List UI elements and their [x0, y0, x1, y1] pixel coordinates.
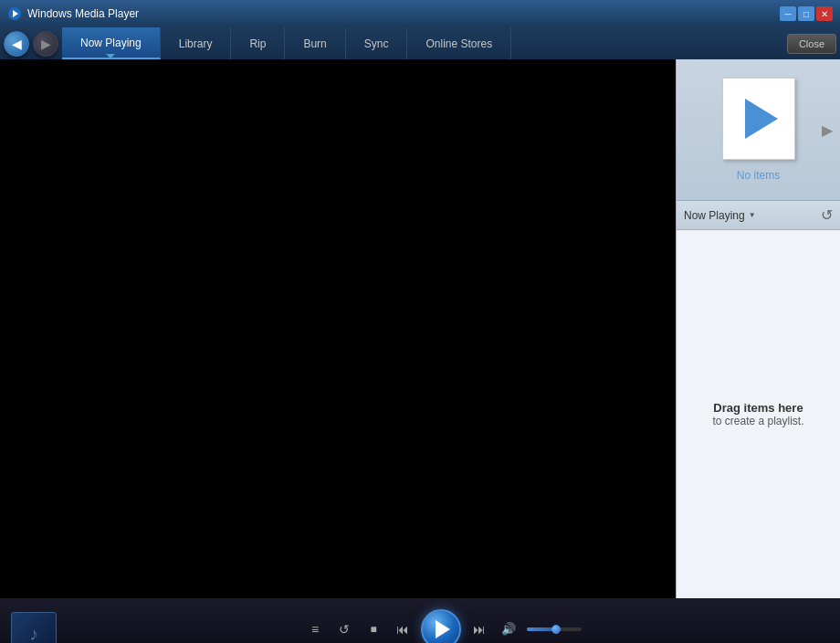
volume-slider[interactable]	[527, 627, 582, 631]
expand-icon[interactable]: ▶	[822, 121, 833, 139]
video-area	[0, 59, 676, 598]
play-icon	[436, 620, 450, 638]
repeat-icon: ↺	[339, 622, 350, 637]
controls-center: ≡ ↺ ■ ⏮ ⏭ 🔊	[57, 609, 829, 644]
shuffle-icon: ≡	[311, 622, 319, 637]
volume-icon: 🔊	[501, 622, 516, 636]
dropdown-arrow-icon: ▼	[749, 211, 756, 219]
volume-button[interactable]: 🔊	[498, 618, 520, 640]
tab-online-stores[interactable]: Online Stores	[407, 27, 511, 59]
title-left: Windows Media Player	[7, 6, 139, 21]
play-button[interactable]	[421, 609, 461, 644]
tab-burn[interactable]: Burn	[285, 27, 345, 59]
nav-tabs: Now Playing Library Rip Burn Sync Online…	[62, 27, 783, 59]
no-items-label: No items	[737, 169, 780, 182]
shuffle-button[interactable]: ≡	[304, 618, 326, 640]
tab-rip[interactable]: Rip	[231, 27, 285, 59]
volume-fill	[527, 627, 557, 631]
window-controls: ─ □ ✕	[780, 6, 833, 21]
volume-thumb	[551, 625, 561, 634]
media-thumbnail	[722, 78, 795, 160]
side-header: ▶ No items	[677, 59, 840, 201]
back-button[interactable]: ◀	[4, 31, 29, 57]
album-art: ♪	[11, 612, 57, 644]
drag-hint-title: Drag items here	[713, 401, 803, 415]
next-icon: ⏭	[473, 622, 486, 637]
refresh-button[interactable]: ↺	[821, 206, 833, 224]
drag-hint-subtitle: to create a playlist.	[712, 415, 803, 427]
bottom-controls: ♪ ≡ ↺ ■ ⏮ ⏭	[0, 598, 840, 643]
title-bar: Windows Media Player ─ □ ✕	[0, 0, 840, 27]
transport-controls: ≡ ↺ ■ ⏮ ⏭ 🔊	[304, 609, 582, 644]
close-panel-button[interactable]: Close	[787, 34, 836, 54]
main-content: ▶ No items Now Playing ▼ ↺ Drag items he…	[0, 59, 840, 598]
forward-button[interactable]: ▶	[33, 31, 58, 57]
now-playing-label: Now Playing	[684, 209, 745, 222]
prev-button[interactable]: ⏮	[392, 618, 414, 640]
prev-icon: ⏮	[396, 622, 409, 637]
playlist-area[interactable]: Drag items here to create a playlist.	[677, 230, 840, 598]
stop-button[interactable]: ■	[362, 618, 384, 640]
app-icon	[7, 6, 22, 21]
app-title: Windows Media Player	[27, 7, 139, 20]
tab-sync[interactable]: Sync	[346, 27, 408, 59]
play-icon	[745, 99, 778, 139]
tab-library[interactable]: Library	[161, 27, 232, 59]
nav-bar: ◀ ▶ Now Playing Library Rip Burn Sync On…	[0, 27, 840, 59]
close-window-button[interactable]: ✕	[816, 6, 833, 21]
side-panel: ▶ No items Now Playing ▼ ↺ Drag items he…	[676, 59, 840, 598]
minimize-button[interactable]: ─	[780, 6, 796, 21]
tab-now-playing[interactable]: Now Playing	[62, 27, 161, 59]
repeat-button[interactable]: ↺	[333, 618, 355, 640]
stop-icon: ■	[370, 623, 376, 636]
music-note-icon: ♪	[29, 624, 38, 643]
now-playing-dropdown[interactable]: Now Playing ▼	[684, 209, 756, 222]
now-playing-bar: Now Playing ▼ ↺	[677, 201, 840, 230]
next-button[interactable]: ⏭	[468, 618, 490, 640]
maximize-button[interactable]: □	[798, 6, 814, 21]
